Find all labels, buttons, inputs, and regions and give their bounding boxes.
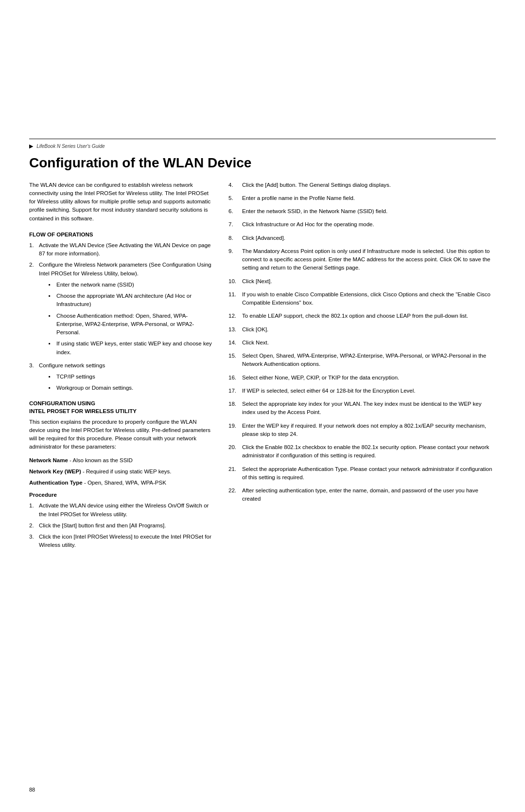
list-text: Click Next. (242, 340, 269, 345)
list-item: 1. Activate the WLAN Device (See Activat… (29, 241, 214, 258)
list-text: Activate the WLAN Device (See Activating… (39, 242, 210, 256)
list-item: 10. Click [Next]. (228, 277, 496, 286)
list-item: 13. Click [OK]. (228, 325, 496, 334)
list-text: After selecting authentication type, ent… (242, 487, 478, 502)
list-text: Click the [Add] button. The General Sett… (242, 182, 391, 188)
bullet-item: If using static WEP keys, enter static W… (49, 340, 214, 357)
flow-heading: FLOW OF OPERATIONS (29, 232, 214, 237)
top-rule (29, 139, 496, 139)
list-text: Click the Enable 802.1x checkbox to enab… (242, 444, 489, 458)
list-text: Select the appropriate Authentication Ty… (242, 466, 492, 480)
list-num: 8. (228, 234, 233, 242)
procedure-heading: Procedure (29, 492, 214, 498)
left-column: The WLAN device can be configured to est… (29, 181, 214, 556)
param-auth-type: Authentication Type - Open, Shared, WPA,… (29, 479, 214, 487)
bullet-list: TCP/IP settings Workgroup or Domain sett… (49, 373, 214, 393)
list-item: 8. Click [Advanced]. (228, 234, 496, 242)
param-text: - Also known as the SSID (70, 457, 133, 463)
list-item: 5. Enter a profile name in the Profile N… (228, 194, 496, 202)
list-text: Click the [Start] button first and then … (39, 523, 166, 528)
list-text: Click [Next]. (242, 278, 272, 284)
list-num: 5. (228, 194, 233, 202)
list-text: Click [OK]. (242, 326, 268, 332)
list-num: 2. (29, 522, 34, 530)
bullet-list: Enter the network name (SSID) Choose the… (49, 281, 214, 357)
list-item: 2. Configure the Wireless Network parame… (29, 261, 214, 357)
config-section: CONFIGURATION USING INTEL PROSET FOR WIR… (29, 400, 214, 550)
list-text: To enable LEAP support, check the 802.1x… (242, 313, 468, 319)
param-text: - Open, Shared, WPA, WPA-PSK (84, 480, 166, 486)
list-item: 20. Click the Enable 802.1x checkbox to … (228, 443, 496, 460)
list-num: 1. (29, 241, 34, 250)
list-num: 9. (228, 247, 233, 255)
list-num: 7. (228, 220, 233, 229)
list-text: Configure the Wireless Network parameter… (39, 262, 211, 276)
page: ▶ LifeBook N Series User's Guide Configu… (0, 0, 525, 812)
list-text: Click [Advanced]. (242, 235, 285, 241)
list-num: 19. (228, 422, 236, 430)
list-item: 21. Select the appropriate Authenticatio… (228, 465, 496, 482)
param-label: Authentication Type (29, 480, 83, 486)
config-heading2: INTEL PROSET FOR WIRELESS UTILITY (29, 408, 214, 414)
procedure-list: 1. Activate the WLAN device using either… (29, 502, 214, 549)
list-item: 3. Click the icon [Intel PROSet Wireless… (29, 533, 214, 550)
page-title: Configuration of the WLAN Device (29, 155, 496, 171)
list-item: 17. If WEP is selected, select either 64… (228, 387, 496, 395)
list-num: 21. (228, 465, 236, 473)
list-num: 16. (228, 374, 236, 382)
list-item: 11. If you wish to enable Cisco Compatib… (228, 290, 496, 307)
list-item: 14. Click Next. (228, 339, 496, 347)
bullet-item: Enter the network name (SSID) (49, 281, 214, 289)
list-num: 11. (228, 290, 236, 299)
list-num: 12. (228, 312, 236, 320)
flow-list: 1. Activate the WLAN Device (See Activat… (29, 241, 214, 393)
list-item: 3. Configure network settings TCP/IP set… (29, 361, 214, 393)
list-text: Enter a profile name in the Profile Name… (242, 195, 355, 201)
list-item: 12. To enable LEAP support, check the 80… (228, 312, 496, 320)
list-item: 19. Enter the WEP key if required. If yo… (228, 422, 496, 439)
list-item: 1. Activate the WLAN device using either… (29, 502, 214, 519)
content-area: Configuration of the WLAN Device The WLA… (29, 155, 496, 556)
list-text: Click Infrastructure or Ad Hoc for the o… (242, 221, 374, 227)
bullet-item: Choose Authentication method: Open, Shar… (49, 312, 214, 337)
param-text: - Required if using static WEP keys. (83, 469, 172, 474)
list-item: 9. The Mandatory Access Point option is … (228, 247, 496, 272)
bullet-item: Workgroup or Domain settings. (49, 384, 214, 392)
list-text: The Mandatory Access Point option is onl… (242, 248, 490, 271)
list-num: 4. (228, 181, 233, 189)
flow-section: FLOW OF OPERATIONS 1. Activate the WLAN … (29, 232, 214, 393)
param-network-key: Network Key (WEP) - Required if using st… (29, 468, 214, 476)
list-num: 6. (228, 207, 233, 216)
bullet-item: Choose the appropriate WLAN architecture… (49, 292, 214, 309)
list-num: 22. (228, 487, 236, 495)
param-label: Network Name (29, 457, 68, 463)
list-text: Select the appropriate key index for you… (242, 401, 481, 415)
list-item: 16. Select either None, WEP, CKIP, or TK… (228, 374, 496, 382)
param-label: Network Key (WEP) (29, 469, 81, 474)
list-text: If WEP is selected, select either 64 or … (242, 388, 415, 394)
list-num: 3. (29, 361, 34, 370)
list-item: 6. Enter the network SSID, in the Networ… (228, 207, 496, 216)
header-arrow: ▶ (29, 143, 33, 149)
list-num: 2. (29, 261, 34, 269)
list-text: Select either None, WEP, CKIP, or TKIP f… (242, 375, 399, 380)
list-item: 4. Click the [Add] button. The General S… (228, 181, 496, 189)
bullet-item: TCP/IP settings (49, 373, 214, 381)
list-item: 18. Select the appropriate key index for… (228, 400, 496, 417)
list-num: 3. (29, 533, 34, 541)
config-heading1: CONFIGURATION USING (29, 400, 214, 406)
list-item: 2. Click the [Start] button first and th… (29, 522, 214, 530)
intro-paragraph: The WLAN device can be configured to est… (29, 181, 214, 223)
list-num: 1. (29, 502, 34, 510)
right-column: 4. Click the [Add] button. The General S… (228, 181, 496, 508)
list-num: 20. (228, 443, 236, 451)
list-text: Configure network settings (39, 362, 105, 368)
list-num: 18. (228, 400, 236, 408)
list-num: 10. (228, 277, 236, 286)
list-text: If you wish to enable Cisco Compatible E… (242, 291, 490, 306)
two-column-layout: The WLAN device can be configured to est… (29, 181, 496, 556)
list-num: 13. (228, 325, 236, 334)
right-numbered-list: 4. Click the [Add] button. The General S… (228, 181, 496, 504)
list-text: Select Open, Shared, WPA-Enterprise, WPA… (242, 353, 486, 367)
param-network-name: Network Name - Also known as the SSID (29, 456, 214, 465)
